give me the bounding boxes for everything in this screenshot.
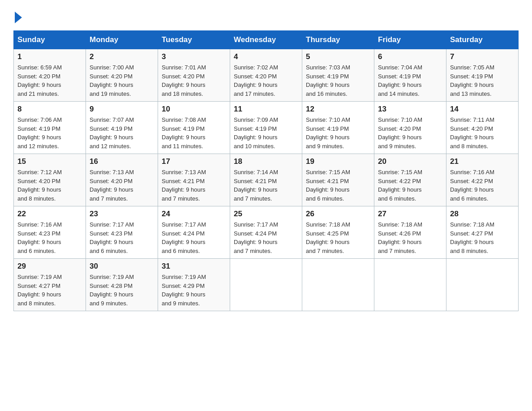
day-info: Sunrise: 7:17 AM Sunset: 4:24 PM Dayligh… <box>162 220 226 255</box>
week-row-3: 15 Sunrise: 7:12 AM Sunset: 4:20 PM Dayl… <box>14 154 519 206</box>
day-cell-31: 31 Sunrise: 7:19 AM Sunset: 4:29 PM Dayl… <box>158 259 230 311</box>
day-cell-1: 1 Sunrise: 6:59 AM Sunset: 4:20 PM Dayli… <box>14 49 86 102</box>
day-cell-19: 19 Sunrise: 7:15 AM Sunset: 4:21 PM Dayl… <box>302 154 374 206</box>
day-cell-11: 11 Sunrise: 7:09 AM Sunset: 4:19 PM Dayl… <box>230 102 302 154</box>
day-cell-3: 3 Sunrise: 7:01 AM Sunset: 4:20 PM Dayli… <box>158 49 230 102</box>
day-info: Sunrise: 7:08 AM Sunset: 4:19 PM Dayligh… <box>162 116 226 150</box>
week-row-5: 29 Sunrise: 7:19 AM Sunset: 4:27 PM Dayl… <box>14 259 519 311</box>
day-cell-14: 14 Sunrise: 7:11 AM Sunset: 4:20 PM Dayl… <box>446 102 519 154</box>
day-number: 6 <box>378 52 442 61</box>
day-number: 11 <box>234 105 298 114</box>
day-number: 31 <box>162 262 226 271</box>
day-info: Sunrise: 7:00 AM Sunset: 4:20 PM Dayligh… <box>90 63 154 98</box>
week-row-1: 1 Sunrise: 6:59 AM Sunset: 4:20 PM Dayli… <box>14 49 519 102</box>
day-cell-23: 23 Sunrise: 7:17 AM Sunset: 4:23 PM Dayl… <box>86 206 158 259</box>
day-header-saturday: Saturday <box>446 31 519 49</box>
day-cell-25: 25 Sunrise: 7:17 AM Sunset: 4:24 PM Dayl… <box>230 206 302 259</box>
day-cell-5: 5 Sunrise: 7:03 AM Sunset: 4:19 PM Dayli… <box>302 49 374 102</box>
calendar-table: SundayMondayTuesdayWednesdayThursdayFrid… <box>13 30 519 311</box>
day-info: Sunrise: 7:03 AM Sunset: 4:19 PM Dayligh… <box>306 63 370 98</box>
day-info: Sunrise: 7:16 AM Sunset: 4:23 PM Dayligh… <box>17 220 82 255</box>
day-number: 5 <box>306 52 370 61</box>
day-number: 3 <box>162 52 226 61</box>
day-number: 23 <box>90 210 154 218</box>
day-number: 28 <box>450 210 515 218</box>
day-info: Sunrise: 7:12 AM Sunset: 4:20 PM Dayligh… <box>17 168 82 203</box>
day-info: Sunrise: 7:01 AM Sunset: 4:20 PM Dayligh… <box>162 63 226 98</box>
day-cell-13: 13 Sunrise: 7:10 AM Sunset: 4:20 PM Dayl… <box>374 102 446 154</box>
day-cell-2: 2 Sunrise: 7:00 AM Sunset: 4:20 PM Dayli… <box>86 49 158 102</box>
day-info: Sunrise: 7:18 AM Sunset: 4:26 PM Dayligh… <box>378 220 442 255</box>
day-info: Sunrise: 7:05 AM Sunset: 4:19 PM Dayligh… <box>450 63 515 98</box>
day-info: Sunrise: 7:02 AM Sunset: 4:20 PM Dayligh… <box>234 63 298 98</box>
page-header <box>13 9 519 22</box>
day-number: 27 <box>378 210 442 218</box>
day-number: 10 <box>162 105 226 114</box>
day-number: 9 <box>90 105 154 114</box>
day-cell-22: 22 Sunrise: 7:16 AM Sunset: 4:23 PM Dayl… <box>14 206 86 259</box>
day-info: Sunrise: 7:10 AM Sunset: 4:19 PM Dayligh… <box>306 116 370 150</box>
day-cell-16: 16 Sunrise: 7:13 AM Sunset: 4:20 PM Dayl… <box>86 154 158 206</box>
day-header-monday: Monday <box>86 31 158 49</box>
day-info: Sunrise: 7:15 AM Sunset: 4:21 PM Dayligh… <box>306 168 370 203</box>
day-cell-21: 21 Sunrise: 7:16 AM Sunset: 4:22 PM Dayl… <box>446 154 519 206</box>
day-info: Sunrise: 7:11 AM Sunset: 4:20 PM Dayligh… <box>450 116 515 150</box>
day-number: 25 <box>234 210 298 218</box>
empty-cell <box>374 259 446 311</box>
week-row-4: 22 Sunrise: 7:16 AM Sunset: 4:23 PM Dayl… <box>14 206 519 259</box>
day-info: Sunrise: 7:09 AM Sunset: 4:19 PM Dayligh… <box>234 116 298 150</box>
day-number: 15 <box>17 157 82 166</box>
day-info: Sunrise: 7:13 AM Sunset: 4:20 PM Dayligh… <box>90 168 154 203</box>
day-number: 21 <box>450 157 515 166</box>
day-number: 14 <box>450 105 515 114</box>
day-cell-29: 29 Sunrise: 7:19 AM Sunset: 4:27 PM Dayl… <box>14 259 86 311</box>
day-info: Sunrise: 7:07 AM Sunset: 4:19 PM Dayligh… <box>90 116 154 150</box>
day-cell-30: 30 Sunrise: 7:19 AM Sunset: 4:28 PM Dayl… <box>86 259 158 311</box>
day-number: 2 <box>90 52 154 61</box>
day-info: Sunrise: 7:13 AM Sunset: 4:21 PM Dayligh… <box>162 168 226 203</box>
day-cell-17: 17 Sunrise: 7:13 AM Sunset: 4:21 PM Dayl… <box>158 154 230 206</box>
day-cell-9: 9 Sunrise: 7:07 AM Sunset: 4:19 PM Dayli… <box>86 102 158 154</box>
day-cell-12: 12 Sunrise: 7:10 AM Sunset: 4:19 PM Dayl… <box>302 102 374 154</box>
day-number: 13 <box>378 105 442 114</box>
day-number: 16 <box>90 157 154 166</box>
empty-cell <box>230 259 302 311</box>
day-number: 1 <box>17 52 82 61</box>
day-info: Sunrise: 7:17 AM Sunset: 4:23 PM Dayligh… <box>90 220 154 255</box>
header-row: SundayMondayTuesdayWednesdayThursdayFrid… <box>14 31 519 49</box>
day-info: Sunrise: 7:04 AM Sunset: 4:19 PM Dayligh… <box>378 63 442 98</box>
day-info: Sunrise: 7:14 AM Sunset: 4:21 PM Dayligh… <box>234 168 298 203</box>
day-cell-27: 27 Sunrise: 7:18 AM Sunset: 4:26 PM Dayl… <box>374 206 446 259</box>
empty-cell <box>446 259 519 311</box>
day-cell-18: 18 Sunrise: 7:14 AM Sunset: 4:21 PM Dayl… <box>230 154 302 206</box>
day-info: Sunrise: 7:18 AM Sunset: 4:27 PM Dayligh… <box>450 220 515 255</box>
day-number: 8 <box>17 105 82 114</box>
day-number: 7 <box>450 52 515 61</box>
logo <box>13 13 22 22</box>
day-info: Sunrise: 7:19 AM Sunset: 4:29 PM Dayligh… <box>162 273 226 308</box>
day-info: Sunrise: 7:10 AM Sunset: 4:20 PM Dayligh… <box>378 116 442 150</box>
day-number: 12 <box>306 105 370 114</box>
day-header-wednesday: Wednesday <box>230 31 302 49</box>
day-info: Sunrise: 7:17 AM Sunset: 4:24 PM Dayligh… <box>234 220 298 255</box>
day-cell-4: 4 Sunrise: 7:02 AM Sunset: 4:20 PM Dayli… <box>230 49 302 102</box>
day-cell-7: 7 Sunrise: 7:05 AM Sunset: 4:19 PM Dayli… <box>446 49 519 102</box>
day-cell-20: 20 Sunrise: 7:15 AM Sunset: 4:22 PM Dayl… <box>374 154 446 206</box>
day-number: 24 <box>162 210 226 218</box>
day-info: Sunrise: 7:15 AM Sunset: 4:22 PM Dayligh… <box>378 168 442 203</box>
day-number: 26 <box>306 210 370 218</box>
logo-arrow-icon <box>15 12 22 23</box>
day-info: Sunrise: 6:59 AM Sunset: 4:20 PM Dayligh… <box>17 63 82 98</box>
day-info: Sunrise: 7:16 AM Sunset: 4:22 PM Dayligh… <box>450 168 515 203</box>
day-number: 20 <box>378 157 442 166</box>
day-header-thursday: Thursday <box>302 31 374 49</box>
day-header-tuesday: Tuesday <box>158 31 230 49</box>
day-number: 19 <box>306 157 370 166</box>
day-number: 17 <box>162 157 226 166</box>
empty-cell <box>302 259 374 311</box>
day-number: 29 <box>17 262 82 271</box>
day-cell-8: 8 Sunrise: 7:06 AM Sunset: 4:19 PM Dayli… <box>14 102 86 154</box>
day-cell-24: 24 Sunrise: 7:17 AM Sunset: 4:24 PM Dayl… <box>158 206 230 259</box>
day-number: 18 <box>234 157 298 166</box>
day-info: Sunrise: 7:19 AM Sunset: 4:27 PM Dayligh… <box>17 273 82 308</box>
